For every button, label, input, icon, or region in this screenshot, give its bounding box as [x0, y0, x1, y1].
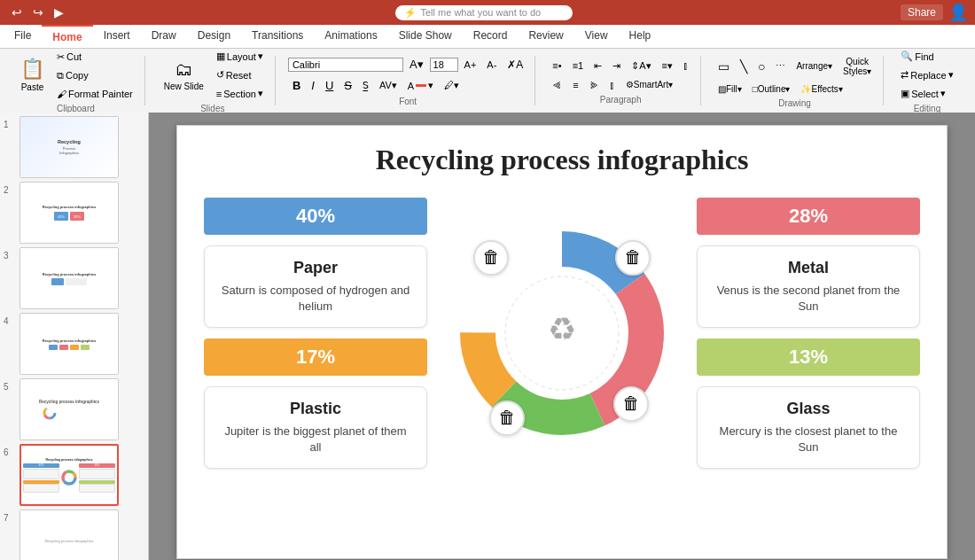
plastic-card[interactable]: Plastic Jupiter is the biggest planet of… [204, 386, 427, 469]
glass-body: Mercury is the closest planet to the Sun [712, 424, 905, 455]
align-right-button[interactable]: ⫸ [585, 77, 604, 93]
right-column: 28% Metal Venus is the second planet fro… [697, 198, 920, 470]
font-name-input[interactable] [288, 58, 403, 72]
reset-button[interactable]: ↺ Reset [212, 66, 268, 83]
metal-card[interactable]: Metal Venus is the second planet from th… [697, 245, 920, 328]
present-button[interactable]: ▶ [50, 4, 68, 21]
tab-draw[interactable]: Draw [141, 25, 187, 48]
slide-img-6[interactable]: Recycling process infographics 40% [20, 444, 119, 506]
text-direction-button[interactable]: ⇕A▾ [627, 58, 655, 74]
replace-button[interactable]: ⇄ Replace ▾ [896, 66, 957, 83]
quick-styles-button[interactable]: QuickStyles▾ [838, 54, 876, 79]
shape-rect-button[interactable]: ▭ [714, 57, 734, 76]
font-shrink-button[interactable]: A- [482, 57, 501, 73]
tab-review[interactable]: Review [518, 25, 573, 48]
slide-canvas[interactable]: Recycling process infographics 40% Paper… [176, 125, 948, 559]
tab-file[interactable]: File [4, 25, 42, 48]
align-left-button[interactable]: ⫷ [548, 77, 566, 93]
layout-button[interactable]: ▦ Layout ▾ [212, 48, 268, 65]
new-slide-button[interactable]: 🗂 New Slide [158, 57, 210, 94]
cut-button[interactable]: ✂Cut [52, 49, 137, 66]
highlight-button[interactable]: 🖊▾ [440, 77, 464, 94]
slide-img-3[interactable]: Recycling process infographics [20, 247, 119, 309]
justify-button[interactable]: ⫿ [605, 77, 620, 93]
decrease-indent-button[interactable]: ⇤ [589, 58, 606, 74]
plastic-bin-symbol: 🗑 [498, 408, 516, 428]
share-section: Share 👤 [901, 3, 968, 22]
numbered-list-button[interactable]: ≡1 [568, 58, 589, 74]
slide-img-7[interactable]: Recycling process infographics [20, 509, 119, 560]
select-button[interactable]: ▣ Select ▾ [896, 85, 957, 102]
title-bar: ↩ ↪ ▶ ⚡ Tell me what you want to do Shar… [0, 0, 975, 25]
tab-home[interactable]: Home [42, 25, 92, 48]
char-spacing-button[interactable]: AV▾ [375, 77, 402, 94]
slide-thumb-2[interactable]: 2 Recycling process infographics 40% 28% [4, 182, 144, 244]
paste-button[interactable]: 📋 Paste [14, 55, 51, 95]
metal-bin-symbol: 🗑 [624, 247, 642, 268]
font-row1: A▾ A+ A- ✗A [288, 55, 527, 74]
shape-outline-button[interactable]: □Outline▾ [748, 82, 795, 97]
ribbon-content: 📋 Paste ✂Cut ⧉Copy 🖌Format Painter Clipb… [0, 49, 975, 113]
tab-animations[interactable]: Animations [314, 25, 387, 48]
shape-more-button[interactable]: ⋯ [771, 58, 790, 74]
bullet-list-button[interactable]: ≡• [548, 58, 566, 74]
clear-format-button[interactable]: ✗A [503, 56, 527, 74]
font-grow-button[interactable]: A+ [460, 57, 481, 73]
slide-img-1[interactable]: Recycling Process Infographics [20, 116, 119, 178]
paper-card[interactable]: Paper Saturn is composed of hydrogen and… [204, 245, 427, 328]
glass-heading: Glass [712, 400, 905, 418]
share-button[interactable]: Share [901, 4, 943, 20]
section-button[interactable]: ≡ Section ▾ [212, 85, 268, 102]
font-decrease-button[interactable]: A▾ [405, 55, 428, 74]
metal-heading: Metal [712, 259, 905, 277]
tab-transitions[interactable]: Transitions [241, 25, 314, 48]
slide-thumb-6[interactable]: 6 Recycling process infographics 40% [4, 444, 144, 506]
slide-thumb-7[interactable]: 7 Recycling process infographics [4, 509, 144, 560]
align-text-button[interactable]: ≡▾ [658, 58, 677, 74]
find-button[interactable]: 🔍 Find [896, 48, 957, 65]
glass-card[interactable]: Glass Mercury is the closest planet to t… [697, 386, 920, 469]
qat-buttons: ↩ ↪ ▶ [7, 4, 68, 21]
slide-img-5[interactable]: Recycling process infographics [20, 378, 119, 440]
strikethrough-button[interactable]: S [339, 76, 356, 95]
shape-oval-button[interactable]: ○ [753, 57, 769, 76]
infographic-layout: 40% Paper Saturn is composed of hydrogen… [204, 198, 920, 470]
slide-img-2[interactable]: Recycling process infographics 40% 28% [20, 182, 119, 244]
shape-line-button[interactable]: ╲ [736, 57, 752, 76]
arrange-button[interactable]: Arrange▾ [792, 58, 837, 74]
shadow-button[interactable]: S̲ [358, 77, 373, 94]
new-slide-icon: 🗂 [175, 59, 192, 80]
tab-design[interactable]: Design [187, 25, 241, 48]
slide-thumb-3[interactable]: 3 Recycling process infographics [4, 247, 144, 309]
tab-record[interactable]: Record [463, 25, 519, 48]
profile-icon[interactable]: 👤 [948, 3, 968, 22]
glass-pct-bar: 13% [697, 338, 920, 376]
paper-percent: 40% [204, 198, 427, 235]
underline-button[interactable]: U [321, 76, 338, 95]
copy-button[interactable]: ⧉Copy [52, 67, 137, 84]
align-center-button[interactable]: ≡ [568, 77, 582, 93]
format-painter-button[interactable]: 🖌Format Painter [52, 86, 137, 102]
increase-indent-button[interactable]: ⇥ [608, 58, 625, 74]
slide-thumb-1[interactable]: 1 Recycling Process Infographics [4, 116, 144, 178]
redo-button[interactable]: ↪ [28, 4, 48, 21]
slide-img-4[interactable]: Recycling process infographics [20, 313, 119, 375]
font-color-button[interactable]: A ▾ [403, 77, 438, 94]
shape-fill-button[interactable]: ▨Fill▾ [714, 82, 746, 97]
slide-thumb-4[interactable]: 4 Recycling process infographics [4, 313, 144, 375]
recycle-center-icon: ♻ [548, 311, 576, 347]
tab-slideshow[interactable]: Slide Show [388, 25, 463, 48]
slide-thumb-5[interactable]: 5 Recycling process infographics [4, 378, 144, 440]
undo-button[interactable]: ↩ [7, 4, 27, 21]
tab-help[interactable]: Help [619, 25, 662, 48]
shape-effects-button[interactable]: ✨Effects▾ [796, 82, 846, 97]
columns-button[interactable]: ⫿ [679, 58, 693, 74]
italic-button[interactable]: I [307, 76, 319, 95]
tell-me-box[interactable]: ⚡ Tell me what you want to do [395, 5, 573, 20]
smartart-button[interactable]: ⚙SmartArt▾ [621, 77, 677, 92]
font-size-input[interactable] [430, 58, 458, 72]
tab-insert[interactable]: Insert [93, 25, 141, 48]
bold-button[interactable]: B [288, 76, 305, 95]
reset-icon: ↺ [216, 69, 224, 81]
tab-view[interactable]: View [574, 25, 619, 48]
